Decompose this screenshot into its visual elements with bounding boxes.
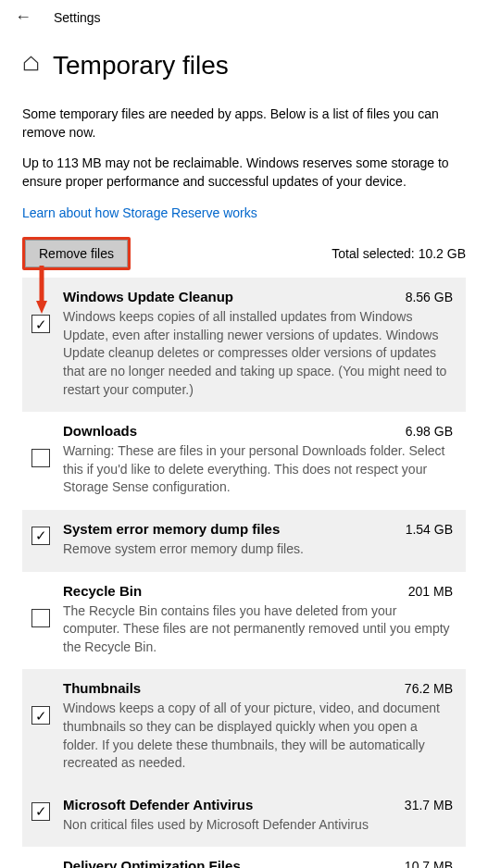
- checkmark-icon: ✓: [35, 528, 47, 542]
- remove-button-highlight: Remove files: [22, 237, 131, 270]
- category-title: Windows Update Cleanup: [63, 289, 233, 304]
- home-icon[interactable]: [22, 55, 40, 77]
- file-category-row: ✓Thumbnails76.2 MBWindows keeps a copy o…: [22, 669, 466, 785]
- category-checkbox[interactable]: [31, 449, 50, 467]
- category-title: Downloads: [63, 423, 137, 439]
- category-checkbox[interactable]: ✓: [31, 315, 50, 333]
- category-title: Recycle Bin: [63, 583, 142, 599]
- category-checkbox[interactable]: [31, 609, 50, 627]
- checkmark-icon: ✓: [35, 317, 47, 331]
- checkmark-icon: ✓: [35, 709, 47, 723]
- category-title: System error memory dump files: [63, 521, 280, 537]
- back-icon[interactable]: ←: [15, 7, 31, 27]
- category-checkbox[interactable]: ✓: [31, 706, 50, 725]
- category-title: Microsoft Defender Antivirus: [63, 797, 253, 812]
- category-size: 31.7 MB: [405, 798, 453, 812]
- remove-files-button[interactable]: Remove files: [25, 240, 128, 267]
- file-category-row: ✓Microsoft Defender Antivirus31.7 MBNon …: [22, 786, 466, 848]
- category-title: Delivery Optimization Files: [63, 858, 241, 868]
- category-size: 1.54 GB: [406, 522, 453, 537]
- file-category-row: Recycle Bin201 MBThe Recycle Bin contain…: [22, 572, 466, 670]
- checkmark-icon: ✓: [35, 804, 47, 818]
- category-description: Windows keeps a copy of all of your pict…: [63, 700, 453, 772]
- file-category-row: ✓System error memory dump files1.54 GBRe…: [22, 510, 466, 572]
- category-size: 10.7 MB: [405, 859, 453, 868]
- category-description: Warning: These are files in your persona…: [63, 442, 453, 497]
- category-description: Non critical files used by Microsoft Def…: [63, 816, 453, 835]
- page-title: Temporary files: [53, 51, 229, 81]
- intro-text-2: Up to 113 MB may not be reclaimable. Win…: [22, 154, 466, 192]
- file-category-row: ✓Windows Update Cleanup8.56 GBWindows ke…: [22, 278, 466, 412]
- file-category-row: Delivery Optimization Files10.7 MBDelive…: [22, 847, 466, 868]
- category-description: Remove system error memory dump files.: [63, 540, 453, 559]
- category-size: 76.2 MB: [405, 681, 453, 696]
- category-checkbox[interactable]: ✓: [31, 802, 50, 821]
- intro-text-1: Some temporary files are needed by apps.…: [22, 105, 466, 143]
- category-description: Windows keeps copies of all installed up…: [63, 308, 453, 399]
- category-checkbox[interactable]: ✓: [31, 527, 50, 545]
- settings-label: Settings: [54, 10, 101, 25]
- category-title: Thumbnails: [63, 680, 141, 696]
- file-category-list: ✓Windows Update Cleanup8.56 GBWindows ke…: [22, 278, 466, 868]
- category-description: The Recycle Bin contains files you have …: [63, 602, 453, 657]
- category-size: 6.98 GB: [406, 424, 453, 439]
- file-category-row: Downloads6.98 GBWarning: These are files…: [22, 412, 466, 510]
- category-size: 201 MB: [408, 584, 453, 599]
- storage-reserve-link[interactable]: Learn about how Storage Reserve works: [22, 205, 257, 220]
- total-selected: Total selected: 10.2 GB: [332, 246, 466, 261]
- category-size: 8.56 GB: [406, 290, 453, 304]
